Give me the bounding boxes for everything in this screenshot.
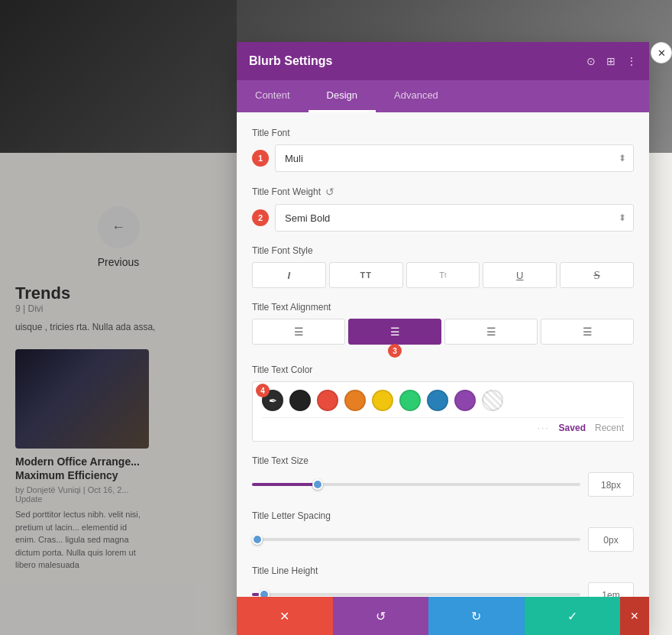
panel-body: Title Font 1 Muli Open Sans Roboto ⬍ Tit…: [237, 112, 649, 597]
title-text-alignment-label-text: Title Text Alignment: [252, 302, 331, 313]
color-more-icon[interactable]: ···: [538, 423, 550, 433]
panel-title: Blurb Settings: [249, 54, 332, 68]
title-text-size-fill: [252, 483, 318, 486]
panel-header: Blurb Settings ⊙ ⊞ ⋮: [237, 42, 649, 80]
title-font-weight-label-text: Title Font Weight: [252, 186, 321, 197]
blurb-settings-panel: Blurb Settings ⊙ ⊞ ⋮ Content Design Adva…: [237, 42, 649, 635]
reset-font-weight-icon[interactable]: ↺: [325, 186, 334, 198]
title-letter-spacing-label: Title Letter Spacing: [252, 510, 634, 521]
reset-icon: ↺: [376, 609, 386, 624]
panel-tabs: Content Design Advanced: [237, 80, 649, 112]
title-text-size-section: Title Text Size 18px: [252, 455, 634, 497]
close-panel-icon: ✕: [630, 610, 639, 622]
delete-button[interactable]: ✕: [237, 597, 333, 635]
title-text-alignment-section: Title Text Alignment ☰ ☰ 3 ☰ ☰: [252, 302, 634, 345]
color-swatch-blue[interactable]: [427, 390, 448, 411]
title-font-style-label-text: Title Font Style: [252, 245, 313, 256]
more-options-icon[interactable]: ⋮: [626, 55, 637, 67]
title-line-height-thumb[interactable]: [259, 589, 270, 597]
title-font-label: Title Font: [252, 128, 634, 138]
color-tab-recent[interactable]: Recent: [595, 423, 624, 433]
title-font-section: Title Font 1 Muli Open Sans Roboto ⬍: [252, 128, 634, 172]
color-swatch-red[interactable]: [317, 390, 338, 411]
align-center-btn[interactable]: ☰ 3: [348, 319, 441, 345]
reset-button[interactable]: ↺: [333, 597, 429, 635]
redo-icon: ↻: [471, 609, 481, 624]
title-line-height-fill: [252, 593, 259, 596]
title-text-alignment-row: ☰ ☰ 3 ☰ ☰: [252, 319, 634, 345]
tab-design[interactable]: Design: [309, 80, 376, 112]
title-font-style-label: Title Font Style: [252, 245, 634, 256]
color-swatch-orange[interactable]: [344, 390, 366, 411]
delete-icon: ✕: [279, 609, 289, 624]
layout-icon[interactable]: ⊞: [606, 55, 615, 67]
close-top-icon: ✕: [657, 47, 666, 59]
title-text-color-label: Title Text Color: [252, 364, 634, 375]
panel-header-icons: ⊙ ⊞ ⋮: [586, 55, 637, 67]
title-font-weight-select[interactable]: Semi Bold Regular Bold Light: [275, 204, 634, 232]
color-swatch-transparent[interactable]: [482, 390, 503, 411]
color-swatch-black[interactable]: [289, 390, 311, 411]
align-justify-btn[interactable]: ☰: [541, 319, 634, 345]
color-picker-area: 4 ✒ ··· Saved Recent: [252, 381, 634, 442]
close-panel-button[interactable]: ✕: [620, 597, 649, 635]
title-letter-spacing-label-text: Title Letter Spacing: [252, 510, 331, 521]
title-font-style-section: Title Font Style I TT Tt U S: [252, 245, 634, 288]
color-swatch-green[interactable]: [399, 390, 421, 411]
badge-1: 1: [252, 150, 269, 167]
panel-close-top-button[interactable]: ✕: [651, 42, 672, 63]
align-right-btn[interactable]: ☰: [444, 319, 538, 345]
title-font-weight-section: Title Font Weight ↺ 2 Semi Bold Regular …: [252, 186, 634, 232]
eyedropper-swatch[interactable]: 4 ✒: [262, 390, 283, 411]
background-overlay: [0, 0, 237, 635]
title-text-size-value[interactable]: 18px: [588, 472, 634, 497]
alignment-buttons: ☰ ☰ 3 ☰ ☰: [252, 319, 634, 345]
tab-content[interactable]: Content: [237, 80, 309, 112]
title-font-style-buttons: I TT Tt U S: [252, 262, 634, 288]
title-line-height-section: Title Line Height 1em: [252, 565, 634, 597]
title-letter-spacing-value[interactable]: 0px: [588, 527, 634, 552]
title-text-color-label-text: Title Text Color: [252, 364, 312, 375]
title-text-size-thumb[interactable]: [312, 479, 323, 490]
title-text-size-row: 18px: [252, 472, 634, 497]
style-strikethrough-btn[interactable]: S: [560, 262, 634, 288]
title-line-height-row: 1em: [252, 582, 634, 597]
save-icon: ✓: [567, 609, 577, 624]
badge-2: 2: [252, 209, 269, 226]
title-line-height-track[interactable]: [252, 593, 580, 596]
color-swatch-purple[interactable]: [454, 390, 476, 411]
title-font-weight-select-wrapper: Semi Bold Regular Bold Light ⬍: [275, 204, 634, 232]
color-tabs: ··· Saved Recent: [262, 417, 624, 433]
panel-footer: ✕ ↺ ↻ ✓ ✕: [237, 597, 649, 635]
title-text-color-section: Title Text Color 4 ✒: [252, 364, 634, 442]
viewport-icon[interactable]: ⊙: [586, 55, 596, 67]
title-font-weight-row: 2 Semi Bold Regular Bold Light ⬍: [252, 204, 634, 232]
tab-advanced[interactable]: Advanced: [376, 80, 457, 112]
align-left-btn[interactable]: ☰: [252, 319, 345, 345]
color-tab-saved[interactable]: Saved: [559, 423, 586, 433]
title-font-select[interactable]: Muli Open Sans Roboto: [275, 144, 634, 172]
color-swatches: 4 ✒: [262, 390, 624, 411]
title-line-height-label: Title Line Height: [252, 565, 634, 576]
title-line-height-label-text: Title Line Height: [252, 565, 318, 576]
save-button[interactable]: ✓: [525, 597, 621, 635]
title-font-label-text: Title Font: [252, 128, 290, 138]
style-capitalize-btn[interactable]: Tt: [406, 262, 480, 288]
title-letter-spacing-track[interactable]: [252, 538, 580, 541]
title-text-alignment-label: Title Text Alignment: [252, 302, 634, 313]
badge-4: 4: [256, 384, 270, 397]
title-letter-spacing-row: 0px: [252, 527, 634, 552]
title-font-weight-label: Title Font Weight ↺: [252, 186, 634, 198]
style-underline-btn[interactable]: U: [483, 262, 557, 288]
style-uppercase-btn[interactable]: TT: [329, 262, 403, 288]
title-text-size-label: Title Text Size: [252, 455, 634, 466]
title-letter-spacing-thumb[interactable]: [252, 534, 263, 545]
style-italic-btn[interactable]: I: [252, 262, 326, 288]
title-line-height-value[interactable]: 1em: [588, 582, 634, 597]
title-text-size-label-text: Title Text Size: [252, 455, 309, 466]
title-letter-spacing-section: Title Letter Spacing 0px: [252, 510, 634, 552]
title-font-row: 1 Muli Open Sans Roboto ⬍: [252, 144, 634, 172]
redo-button[interactable]: ↻: [428, 597, 525, 635]
title-text-size-track[interactable]: [252, 483, 580, 486]
color-swatch-yellow[interactable]: [372, 390, 393, 411]
